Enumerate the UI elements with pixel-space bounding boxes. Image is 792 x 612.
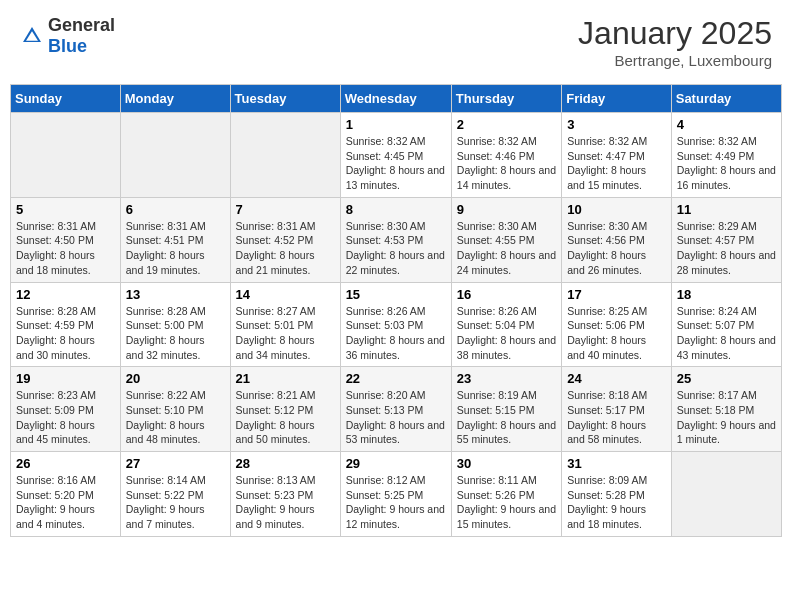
calendar-week-4: 19Sunrise: 8:23 AM Sunset: 5:09 PM Dayli… (11, 367, 782, 452)
calendar-cell: 2Sunrise: 8:32 AM Sunset: 4:46 PM Daylig… (451, 113, 561, 198)
day-number: 7 (236, 202, 335, 217)
calendar-week-3: 12Sunrise: 8:28 AM Sunset: 4:59 PM Dayli… (11, 282, 782, 367)
day-info: Sunrise: 8:20 AM Sunset: 5:13 PM Dayligh… (346, 388, 446, 447)
calendar-cell: 9Sunrise: 8:30 AM Sunset: 4:55 PM Daylig… (451, 197, 561, 282)
day-info: Sunrise: 8:32 AM Sunset: 4:46 PM Dayligh… (457, 134, 556, 193)
day-info: Sunrise: 8:11 AM Sunset: 5:26 PM Dayligh… (457, 473, 556, 532)
day-number: 27 (126, 456, 225, 471)
day-info: Sunrise: 8:31 AM Sunset: 4:50 PM Dayligh… (16, 219, 115, 278)
calendar-cell: 22Sunrise: 8:20 AM Sunset: 5:13 PM Dayli… (340, 367, 451, 452)
day-number: 14 (236, 287, 335, 302)
calendar-cell: 26Sunrise: 8:16 AM Sunset: 5:20 PM Dayli… (11, 452, 121, 537)
logo-icon (20, 24, 44, 48)
calendar-cell: 10Sunrise: 8:30 AM Sunset: 4:56 PM Dayli… (562, 197, 672, 282)
calendar-cell: 21Sunrise: 8:21 AM Sunset: 5:12 PM Dayli… (230, 367, 340, 452)
day-info: Sunrise: 8:31 AM Sunset: 4:51 PM Dayligh… (126, 219, 225, 278)
calendar-cell: 24Sunrise: 8:18 AM Sunset: 5:17 PM Dayli… (562, 367, 672, 452)
calendar-cell: 13Sunrise: 8:28 AM Sunset: 5:00 PM Dayli… (120, 282, 230, 367)
day-number: 24 (567, 371, 666, 386)
day-info: Sunrise: 8:17 AM Sunset: 5:18 PM Dayligh… (677, 388, 776, 447)
calendar-cell: 30Sunrise: 8:11 AM Sunset: 5:26 PM Dayli… (451, 452, 561, 537)
page-header: General Blue January 2025 Bertrange, Lux… (10, 10, 782, 74)
day-info: Sunrise: 8:23 AM Sunset: 5:09 PM Dayligh… (16, 388, 115, 447)
calendar-table: SundayMondayTuesdayWednesdayThursdayFrid… (10, 84, 782, 537)
day-number: 3 (567, 117, 666, 132)
calendar-cell: 17Sunrise: 8:25 AM Sunset: 5:06 PM Dayli… (562, 282, 672, 367)
calendar-week-1: 1Sunrise: 8:32 AM Sunset: 4:45 PM Daylig… (11, 113, 782, 198)
weekday-header-row: SundayMondayTuesdayWednesdayThursdayFrid… (11, 85, 782, 113)
logo-text: General Blue (48, 15, 115, 57)
month-title: January 2025 (578, 15, 772, 52)
day-number: 28 (236, 456, 335, 471)
weekday-header-wednesday: Wednesday (340, 85, 451, 113)
day-number: 2 (457, 117, 556, 132)
day-info: Sunrise: 8:26 AM Sunset: 5:04 PM Dayligh… (457, 304, 556, 363)
calendar-cell: 25Sunrise: 8:17 AM Sunset: 5:18 PM Dayli… (671, 367, 781, 452)
day-info: Sunrise: 8:30 AM Sunset: 4:55 PM Dayligh… (457, 219, 556, 278)
calendar-cell: 6Sunrise: 8:31 AM Sunset: 4:51 PM Daylig… (120, 197, 230, 282)
day-info: Sunrise: 8:21 AM Sunset: 5:12 PM Dayligh… (236, 388, 335, 447)
weekday-header-sunday: Sunday (11, 85, 121, 113)
calendar-week-5: 26Sunrise: 8:16 AM Sunset: 5:20 PM Dayli… (11, 452, 782, 537)
day-number: 22 (346, 371, 446, 386)
day-info: Sunrise: 8:24 AM Sunset: 5:07 PM Dayligh… (677, 304, 776, 363)
calendar-cell: 23Sunrise: 8:19 AM Sunset: 5:15 PM Dayli… (451, 367, 561, 452)
weekday-header-thursday: Thursday (451, 85, 561, 113)
calendar-cell: 5Sunrise: 8:31 AM Sunset: 4:50 PM Daylig… (11, 197, 121, 282)
calendar-cell (671, 452, 781, 537)
day-number: 1 (346, 117, 446, 132)
day-info: Sunrise: 8:27 AM Sunset: 5:01 PM Dayligh… (236, 304, 335, 363)
calendar-cell: 20Sunrise: 8:22 AM Sunset: 5:10 PM Dayli… (120, 367, 230, 452)
calendar-cell: 18Sunrise: 8:24 AM Sunset: 5:07 PM Dayli… (671, 282, 781, 367)
day-info: Sunrise: 8:25 AM Sunset: 5:06 PM Dayligh… (567, 304, 666, 363)
day-number: 23 (457, 371, 556, 386)
calendar-cell: 15Sunrise: 8:26 AM Sunset: 5:03 PM Dayli… (340, 282, 451, 367)
calendar-cell: 31Sunrise: 8:09 AM Sunset: 5:28 PM Dayli… (562, 452, 672, 537)
day-number: 10 (567, 202, 666, 217)
day-number: 13 (126, 287, 225, 302)
day-info: Sunrise: 8:26 AM Sunset: 5:03 PM Dayligh… (346, 304, 446, 363)
calendar-cell (11, 113, 121, 198)
calendar-cell: 16Sunrise: 8:26 AM Sunset: 5:04 PM Dayli… (451, 282, 561, 367)
day-number: 21 (236, 371, 335, 386)
calendar-cell: 28Sunrise: 8:13 AM Sunset: 5:23 PM Dayli… (230, 452, 340, 537)
day-info: Sunrise: 8:16 AM Sunset: 5:20 PM Dayligh… (16, 473, 115, 532)
weekday-header-friday: Friday (562, 85, 672, 113)
day-number: 9 (457, 202, 556, 217)
calendar-cell: 1Sunrise: 8:32 AM Sunset: 4:45 PM Daylig… (340, 113, 451, 198)
day-number: 12 (16, 287, 115, 302)
day-info: Sunrise: 8:22 AM Sunset: 5:10 PM Dayligh… (126, 388, 225, 447)
day-number: 8 (346, 202, 446, 217)
day-number: 6 (126, 202, 225, 217)
day-info: Sunrise: 8:14 AM Sunset: 5:22 PM Dayligh… (126, 473, 225, 532)
day-info: Sunrise: 8:30 AM Sunset: 4:53 PM Dayligh… (346, 219, 446, 278)
day-number: 20 (126, 371, 225, 386)
weekday-header-monday: Monday (120, 85, 230, 113)
day-number: 15 (346, 287, 446, 302)
calendar-cell: 14Sunrise: 8:27 AM Sunset: 5:01 PM Dayli… (230, 282, 340, 367)
calendar-week-2: 5Sunrise: 8:31 AM Sunset: 4:50 PM Daylig… (11, 197, 782, 282)
calendar-cell: 19Sunrise: 8:23 AM Sunset: 5:09 PM Dayli… (11, 367, 121, 452)
logo: General Blue (20, 15, 115, 57)
weekday-header-tuesday: Tuesday (230, 85, 340, 113)
title-block: January 2025 Bertrange, Luxembourg (578, 15, 772, 69)
day-number: 4 (677, 117, 776, 132)
day-info: Sunrise: 8:31 AM Sunset: 4:52 PM Dayligh… (236, 219, 335, 278)
day-info: Sunrise: 8:29 AM Sunset: 4:57 PM Dayligh… (677, 219, 776, 278)
calendar-cell: 11Sunrise: 8:29 AM Sunset: 4:57 PM Dayli… (671, 197, 781, 282)
day-number: 30 (457, 456, 556, 471)
calendar-cell: 12Sunrise: 8:28 AM Sunset: 4:59 PM Dayli… (11, 282, 121, 367)
calendar-cell: 4Sunrise: 8:32 AM Sunset: 4:49 PM Daylig… (671, 113, 781, 198)
calendar-cell: 27Sunrise: 8:14 AM Sunset: 5:22 PM Dayli… (120, 452, 230, 537)
logo-general-text: General (48, 15, 115, 36)
day-info: Sunrise: 8:19 AM Sunset: 5:15 PM Dayligh… (457, 388, 556, 447)
calendar-cell: 3Sunrise: 8:32 AM Sunset: 4:47 PM Daylig… (562, 113, 672, 198)
calendar-cell: 8Sunrise: 8:30 AM Sunset: 4:53 PM Daylig… (340, 197, 451, 282)
day-info: Sunrise: 8:28 AM Sunset: 4:59 PM Dayligh… (16, 304, 115, 363)
logo-blue-text: Blue (48, 36, 115, 57)
day-number: 18 (677, 287, 776, 302)
calendar-cell: 7Sunrise: 8:31 AM Sunset: 4:52 PM Daylig… (230, 197, 340, 282)
day-number: 31 (567, 456, 666, 471)
day-number: 29 (346, 456, 446, 471)
calendar-cell (120, 113, 230, 198)
